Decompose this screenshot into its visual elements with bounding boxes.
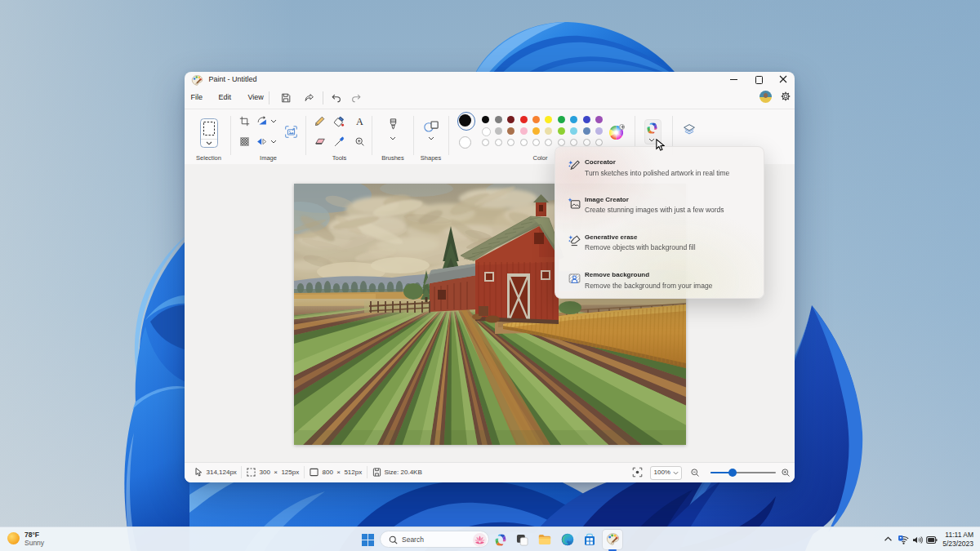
svg-text:A: A [356,116,363,127]
